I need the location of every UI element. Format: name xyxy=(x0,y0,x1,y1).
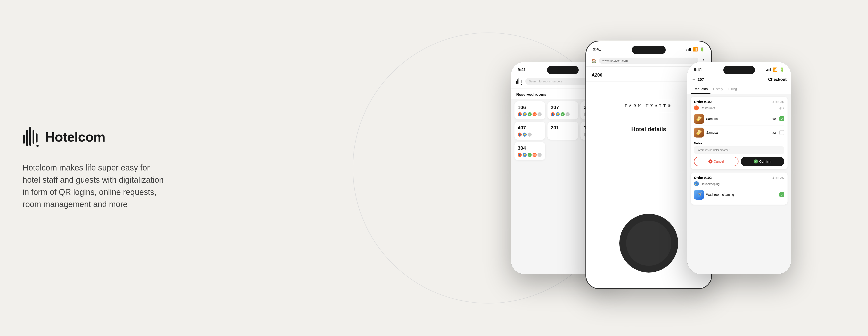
icon-check: ✓ xyxy=(528,112,532,116)
room-number-304: 304 xyxy=(518,145,542,151)
room-number-201: 201 xyxy=(551,125,575,131)
phone2-battery-icon: 🔋 xyxy=(700,47,705,52)
order-item-samosa-2: 🫔 Samosa x2 xyxy=(694,126,784,139)
room-icons-106: 👤 🔑 ✓ 🍽 · xyxy=(518,112,542,116)
restaurant-category-icon: 🍴 xyxy=(694,105,699,110)
tagline-text: Hotelcom makes life super easy for hotel… xyxy=(23,162,169,210)
samosa-image-1: 🫔 xyxy=(694,114,704,124)
samosa-image-2: 🫔 xyxy=(694,128,704,137)
order2-number: Order #102 xyxy=(694,176,712,179)
room-number-106: 106 xyxy=(518,105,542,110)
url-text: www.hotelcom.com xyxy=(602,59,628,62)
room-number-407: 407 xyxy=(518,125,542,131)
item-check-2[interactable] xyxy=(779,130,784,135)
order2-category: 🧹 Housekeeping xyxy=(694,181,784,186)
notes-content: Lorem ipsum dolor sit amet xyxy=(694,146,784,154)
item-qty-1: x2 xyxy=(773,117,776,121)
room-back-number: 207 xyxy=(698,77,704,82)
svg-rect-13 xyxy=(520,79,520,83)
icon-person: 👤 xyxy=(518,153,522,157)
order1-time: 2 min ago xyxy=(772,100,784,103)
phone2-notch xyxy=(632,46,666,54)
icon-misc: · xyxy=(537,112,541,116)
home-icon[interactable]: 🏠 xyxy=(592,58,596,63)
washroom-item-name: Washroom cleaning xyxy=(706,193,777,197)
notes-section: Notes Lorem ipsum dolor sit amet xyxy=(694,142,784,154)
svg-rect-30 xyxy=(767,69,768,71)
svg-rect-2 xyxy=(29,127,31,146)
icon-misc: · xyxy=(528,133,532,137)
phone3-signal-icon xyxy=(766,68,771,71)
svg-rect-10 xyxy=(516,80,517,84)
tab-billing[interactable]: Billing xyxy=(726,85,740,94)
order2-category-label: Housekeeping xyxy=(701,182,719,186)
logo-text: Hotelcom xyxy=(45,129,105,145)
order1-header: Order #102 2 min ago xyxy=(694,100,784,104)
room-id: A200 xyxy=(592,72,602,78)
phone1-time: 9:41 xyxy=(518,68,526,72)
icon-food: 🍽 xyxy=(532,153,537,157)
svg-rect-31 xyxy=(769,69,770,71)
icon-key: 🔑 xyxy=(556,112,560,116)
room-card-207[interactable]: 207 👤 🔑 ✓ · xyxy=(548,101,578,120)
logo-area: Hotelcom xyxy=(23,126,181,148)
url-bar[interactable]: www.hotelcom.com xyxy=(599,58,698,64)
checkout-page-title: Checkout xyxy=(768,77,786,82)
room-card-304[interactable]: 304 👤 🔑 ✓ 🍽 · xyxy=(515,142,545,160)
svg-rect-1 xyxy=(26,130,28,146)
tab-requests[interactable]: Requests xyxy=(691,85,710,94)
svg-point-15 xyxy=(521,84,522,85)
phone3-screen: 9:41 📶 🔋 ← 207 Che xyxy=(687,62,791,274)
icon-person: 👤 xyxy=(518,112,522,116)
item-qty-2: x2 xyxy=(773,131,776,134)
room-icons-207: 👤 🔑 ✓ · xyxy=(551,112,575,116)
confirm-check-icon: ✓ xyxy=(754,160,758,164)
svg-rect-0 xyxy=(23,135,25,144)
confirm-order-button[interactable]: ✓ Confirm xyxy=(741,157,784,166)
icon-misc: · xyxy=(565,112,569,116)
svg-rect-11 xyxy=(518,79,518,84)
svg-rect-17 xyxy=(688,49,688,51)
phone3-battery-icon: 🔋 xyxy=(779,67,784,72)
icon-person: 👤 xyxy=(551,112,555,116)
logo-waves-icon xyxy=(23,126,41,148)
order-item-samosa-1: 🫔 Samosa x2 ✓ xyxy=(694,112,784,126)
confirm-label: Confirm xyxy=(759,160,772,163)
room-icons-304: 👤 🔑 ✓ 🍽 · xyxy=(518,153,542,157)
phone3-status-icons: 📶 🔋 xyxy=(766,67,784,72)
left-section: Hotelcom Hotelcom makes life super easy … xyxy=(23,126,181,210)
svg-rect-29 xyxy=(766,70,767,71)
svg-rect-32 xyxy=(770,68,771,71)
hotel-logo-line-top xyxy=(624,100,674,100)
cancel-order-button[interactable]: ✕ Cancel xyxy=(694,157,739,166)
checkout-tabs: Requests History Billing xyxy=(687,85,791,94)
washroom-check[interactable]: ✓ xyxy=(779,192,784,197)
phone2-wifi-icon: 📶 xyxy=(693,47,698,52)
item-name-samosa-2: Samosa xyxy=(706,131,770,134)
room-card-201[interactable]: 201 xyxy=(548,122,578,140)
back-nav[interactable]: ← 207 xyxy=(692,77,704,82)
tab-history[interactable]: History xyxy=(710,85,726,94)
icon-check: ✓ xyxy=(561,112,565,116)
phone3-notch xyxy=(723,66,755,74)
back-arrow-icon[interactable]: ← xyxy=(692,77,696,82)
search-placeholder: Search for room numbers xyxy=(529,80,562,83)
order2-time: 2 min ago xyxy=(772,176,784,179)
svg-rect-12 xyxy=(519,78,519,84)
phone2-status-icons: 📶 🔋 xyxy=(686,47,705,52)
hotel-details-title: Hotel details xyxy=(631,126,666,133)
svg-rect-18 xyxy=(689,48,690,51)
phone3-time: 9:41 xyxy=(694,68,702,72)
reserved-rooms-title: Reserved rooms xyxy=(516,92,546,97)
icon-check: ✓ xyxy=(528,153,532,157)
room-card-407[interactable]: 407 👤 🔑 · xyxy=(515,122,545,140)
housekeeping-category-icon: 🧹 xyxy=(694,181,699,186)
phone-checkout: 9:41 📶 🔋 ← 207 Che xyxy=(687,62,791,274)
item-check-1[interactable]: ✓ xyxy=(779,116,784,121)
order-2-card: Order #102 2 min ago 🧹 Housekeeping 🚿 Wa… xyxy=(691,172,787,205)
room-card-106[interactable]: 106 👤 🔑 ✓ 🍽 · xyxy=(515,101,545,120)
phone2-time: 9:41 xyxy=(593,47,601,52)
phone3-wifi-icon: 📶 xyxy=(773,67,778,72)
svg-rect-16 xyxy=(686,49,687,51)
icon-key: 🔑 xyxy=(523,112,527,116)
